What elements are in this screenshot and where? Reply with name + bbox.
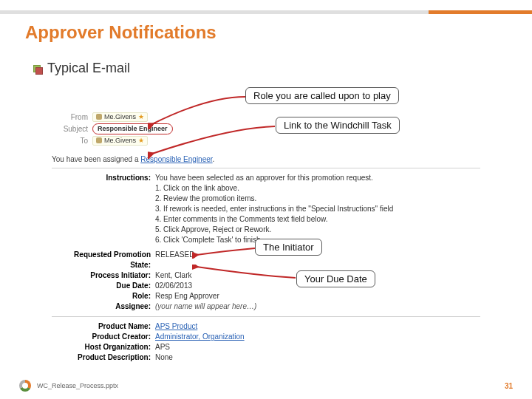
host-org-label: Host Organization: xyxy=(52,342,155,352)
host-org-row: Host Organization: APS xyxy=(52,342,480,352)
footer-filename: WC_Release_Process.pptx xyxy=(37,382,118,389)
callout-initiator: The Initiator xyxy=(255,239,322,256)
due-value: 02/06/2013 xyxy=(155,281,192,291)
due-row: Due Date: 02/06/2013 xyxy=(52,281,480,291)
role-value: Resp Eng Approver xyxy=(155,291,219,301)
callout-link: Link to the Windchill Task xyxy=(276,117,400,134)
assigned-prefix: You have been assigned a xyxy=(52,155,140,163)
from-label: From xyxy=(52,113,92,121)
product-creator-label: Product Creator: xyxy=(52,332,155,342)
product-name-row: Product Name: APS Product xyxy=(52,321,480,332)
email-from-row: From Me.Givens★ xyxy=(52,111,480,123)
state-label: Requested Promotion State: xyxy=(52,250,155,270)
divider-2 xyxy=(52,316,480,317)
assignee-row: Assignee: (your name will appear here…) xyxy=(52,301,480,312)
assignee-label: Assignee: xyxy=(52,301,155,312)
product-name-label: Product Name: xyxy=(52,321,155,332)
product-creator-row: Product Creator: Administrator, Organiza… xyxy=(52,332,480,342)
initiator-label: Process Initiator: xyxy=(52,270,155,281)
instructions-row: Instructions: You have been selected as … xyxy=(52,173,480,245)
arrow-initiator xyxy=(192,245,259,259)
instructions-label: Instructions: xyxy=(52,173,155,245)
initiator-value: Kent, Clark xyxy=(155,270,191,281)
to-value: Me.Givens xyxy=(104,137,136,144)
product-name-link[interactable]: APS Product xyxy=(155,322,197,330)
host-org-value: APS xyxy=(155,342,170,352)
to-chip: Me.Givens★ xyxy=(92,136,148,146)
product-desc-label: Product Description: xyxy=(52,352,155,363)
from-value: Me.Givens xyxy=(104,113,136,120)
product-desc-value: None xyxy=(155,352,173,363)
role-label: Role: xyxy=(52,291,155,301)
assignee-note: (your name will appear here…) xyxy=(155,301,256,312)
product-desc-row: Product Description: None xyxy=(52,352,480,363)
slide-title: Approver Notifications xyxy=(25,22,216,43)
state-value: RELEASED xyxy=(155,250,194,270)
arrow-link xyxy=(148,122,281,159)
callout-role: Role you are called upon to play xyxy=(245,87,399,104)
footer: WC_Release_Process.pptx 31 xyxy=(0,380,532,392)
divider-1 xyxy=(52,168,480,168)
due-label: Due Date: xyxy=(52,281,155,291)
top-accent-bar xyxy=(0,10,532,14)
instructions-text: You have been selected as an approver fo… xyxy=(155,173,393,245)
bullet-text: Typical E-mail xyxy=(47,61,130,76)
bullet-icon xyxy=(33,64,41,73)
page-number: 31 xyxy=(505,382,513,390)
from-chip: Me.Givens★ xyxy=(92,112,148,122)
logo-icon xyxy=(19,380,31,392)
arrow-due xyxy=(192,265,299,281)
bullet-row: Typical E-mail xyxy=(33,61,130,76)
subject-label: Subject xyxy=(52,125,92,133)
product-creator-link[interactable]: Administrator, Organization xyxy=(155,332,245,341)
callout-due-date: Your Due Date xyxy=(296,270,375,287)
to-label: To xyxy=(52,137,92,145)
role-row: Role: Resp Eng Approver xyxy=(52,291,480,301)
